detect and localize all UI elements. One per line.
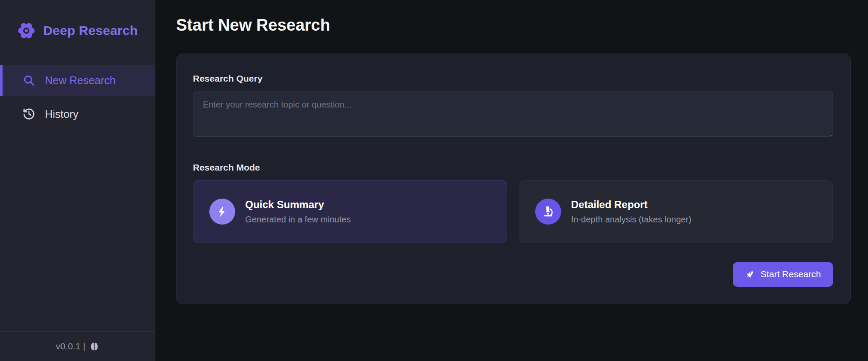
- sidebar-item-history[interactable]: History: [0, 98, 155, 130]
- microscope-icon: [535, 199, 561, 225]
- gear-icon: [17, 22, 35, 40]
- sidebar-item-label: History: [45, 108, 79, 120]
- query-label: Research Query: [193, 73, 833, 84]
- research-query-input[interactable]: [193, 92, 833, 137]
- research-form-card: Research Query Research Mode Quick Summa…: [176, 54, 851, 304]
- mode-card-quick-summary[interactable]: Quick Summary Generated in a few minutes: [193, 180, 507, 243]
- sidebar: Deep Research New Research History: [0, 0, 155, 361]
- app-logo: Deep Research: [0, 0, 155, 61]
- mode-title: Quick Summary: [245, 199, 351, 211]
- sidebar-nav: New Research History: [0, 61, 155, 132]
- sidebar-item-label: New Research: [45, 74, 116, 87]
- search-icon: [22, 74, 35, 87]
- sidebar-item-new-research[interactable]: New Research: [0, 65, 155, 96]
- version-text: v0.0.1 |: [56, 341, 85, 352]
- brain-icon: [89, 342, 99, 352]
- page-title: Start New Research: [176, 16, 851, 35]
- lightning-icon: [209, 199, 235, 225]
- mode-options: Quick Summary Generated in a few minutes: [193, 180, 833, 243]
- mode-label: Research Mode: [193, 162, 833, 173]
- mode-description: In-depth analysis (takes longer): [571, 215, 691, 225]
- mode-title: Detailed Report: [571, 199, 691, 211]
- mode-description: Generated in a few minutes: [245, 215, 351, 225]
- start-research-label: Start Research: [761, 269, 821, 279]
- mode-card-detailed-report[interactable]: Detailed Report In-depth analysis (takes…: [519, 180, 833, 243]
- rocket-icon: [745, 269, 755, 279]
- app-title: Deep Research: [43, 23, 138, 38]
- main-content: Start New Research Research Query Resear…: [155, 0, 868, 361]
- history-icon: [22, 108, 35, 120]
- sidebar-footer: v0.0.1 |: [0, 331, 155, 361]
- form-actions: Start Research: [193, 262, 833, 287]
- start-research-button[interactable]: Start Research: [733, 262, 833, 287]
